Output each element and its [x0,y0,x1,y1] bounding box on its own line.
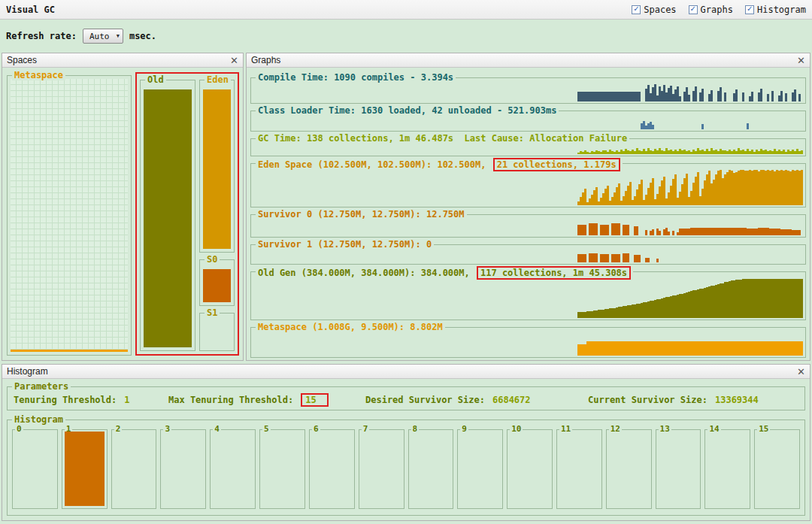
histogram-panel-titlebar: Histogram ✕ [2,365,810,379]
histogram-bin-label: 12 [609,424,622,435]
graphs-body: Compile Time: 1090 compiles - 3.394s Cla… [247,68,810,360]
histogram-bin-label: 5 [262,424,271,435]
histogram-bin-7: 7 [359,429,404,509]
histogram-bin-5: 5 [259,429,305,509]
graph-bar [607,254,609,262]
graph-bar [767,94,769,101]
graphs-panel: Graphs ✕ Compile Time: 1090 compiles - 3… [246,53,810,361]
histogram-bin-12: 12 [606,429,652,509]
histogram-bin-label: 2 [114,424,123,435]
main-row: Spaces ✕ Metaspace Old [2,53,810,361]
gc-time-graph [577,144,803,154]
histogram-bin-1: 1 [62,429,108,509]
graph-bar [595,223,598,235]
compile-time-graph [577,83,803,101]
close-icon[interactable]: ✕ [797,367,805,377]
window-titlebar: Visual GC ✓ Spaces ✓ Graphs ✓ Histogram [0,0,812,20]
old-space-label: Old [145,74,166,85]
graph-bar [760,89,762,101]
graph-bar [652,229,654,235]
survivor-1-label: Survivor 1 (12.750M, 12.750M): 0 [256,239,434,250]
graph-bar [679,96,681,101]
histogram-bin-label: 7 [362,424,370,435]
refresh-rate-select[interactable]: Auto ▼ [83,29,123,44]
histogram-bin-3: 3 [160,429,206,509]
graph-bar [659,231,661,235]
histogram-bin-10: 10 [507,429,553,509]
graph-bar [751,92,753,101]
histogram-bin-label: 9 [460,424,468,435]
histogram-bin-label: 14 [707,424,720,435]
checkbox-histogram-label: Histogram [757,5,806,15]
parameters-group-label: Parameters [12,381,71,392]
checkbox-spaces[interactable]: ✓ Spaces [632,5,676,15]
survivor-0-graph [577,220,803,235]
param-tenuring-threshold: Tenuring Threshold:1 [14,395,168,405]
graph-label-text: Metaspace (1.008G, 9.500M): 8.802M [258,322,443,332]
survivor-1-graph [577,250,803,262]
metaspace-space-label: Metaspace [12,70,65,80]
metaspace-graph-label: Metaspace (1.008G, 9.500M): 8.802M [256,322,445,332]
graph-bar [656,259,659,262]
metaspace-graph [577,333,803,356]
graph-bar [710,90,713,101]
param-value: 13369344 [715,395,759,405]
graph-bar [798,94,801,101]
graph-bar [607,225,609,235]
s1-space-label: S1 [205,307,220,318]
metaspace-free-grid [11,79,128,352]
metaspace-used-bar [11,350,128,352]
checkbox-checked-icon: ✓ [689,5,698,14]
histogram-bin-9: 9 [457,429,503,509]
class-loader-time-label: Class Loader Time: 1630 loaded, 42 unloa… [256,105,559,116]
graph-bar [672,231,674,235]
histogram-bin-label: 15 [757,424,770,435]
graph-bar [771,91,774,101]
graph-label-text: GC Time: 138 collections, 1m 46.487s Las… [258,133,627,144]
histogram-bin-11: 11 [556,429,602,509]
graph-label-text: Eden Space (102.500M, 102.500M): 102.500… [258,159,492,170]
eden-space-graph [577,169,803,205]
close-icon[interactable]: ✕ [797,56,805,65]
param-max-tenuring-threshold: Max Tenuring Threshold:15 [168,395,365,405]
graph-bar [638,255,641,262]
graph-bar [618,223,620,235]
graph-row-metaspace: Metaspace (1.008G, 9.500M): 8.802M [250,327,806,358]
graph-bar [742,92,744,101]
checkbox-histogram[interactable]: ✓ Histogram [745,5,806,15]
graph-bar [595,253,598,262]
graph-row-eden-space: Eden Space (102.500M, 102.500M): 102.500… [250,163,806,207]
s0-space-fill [203,269,231,302]
histogram-panel-title: Histogram [7,366,48,377]
spaces-body: Metaspace Old Eden [2,68,243,360]
graph-bar [627,225,629,235]
graph-bar [584,254,586,262]
histogram-bin-4: 4 [210,429,256,509]
graph-bar [785,93,787,101]
graph-bar [638,92,641,101]
compile-time-label: Compile Time: 1090 compiles - 3.394s [256,72,456,83]
graph-bar [801,341,803,356]
s0-space: S0 [199,259,235,306]
close-icon[interactable]: ✕ [230,56,238,65]
refresh-rate-unit: msec. [129,31,156,41]
spaces-panel-title: Spaces [7,55,37,65]
graph-bar [627,253,629,262]
graph-row-gc-time: GC Time: 138 collections, 1m 46.487s Las… [250,138,806,156]
graph-bar [701,89,704,101]
checkbox-graphs[interactable]: ✓ Graphs [689,5,733,15]
histogram-bin-label: 8 [411,424,420,435]
graph-row-compile-time: Compile Time: 1090 compiles - 3.394s [250,77,806,104]
param-label: Max Tenuring Threshold: [168,395,293,405]
histogram-bin-14: 14 [704,429,750,509]
histogram-bin-15: 15 [754,429,800,509]
eden-space-graph-label: Eden Space (102.500M, 102.500M): 102.500… [256,158,623,171]
graph-label-text: Survivor 1 (12.750M, 12.750M): 0 [258,239,432,250]
graph-bar [735,89,738,101]
metaspace-space: Metaspace [7,75,132,356]
param-label: Tenuring Threshold: [14,395,117,405]
eden-space-bar: Eden [199,80,235,253]
histogram-bin-label: 0 [15,424,23,435]
histogram-bin-label: 6 [312,424,320,435]
eden-space-fill [203,89,231,249]
